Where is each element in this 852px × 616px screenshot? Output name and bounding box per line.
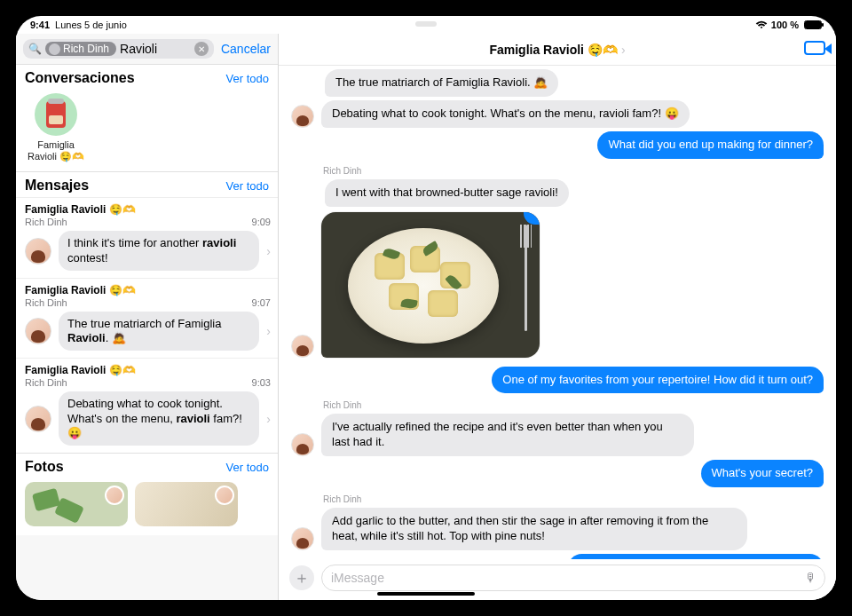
message-group: Famiglia Ravioli 🤤🫶 (25, 364, 271, 376)
message-preview: I think it's time for another ravioli co… (59, 231, 259, 271)
message-preview: Debating what to cook tonight. What's on… (59, 391, 259, 446)
sender-name-tag: Rich Dinh (323, 494, 824, 504)
status-date: Lunes 5 de junio (55, 20, 127, 30)
search-input[interactable]: 🔍 Rich Dinh Ravioli ✕ (23, 39, 214, 59)
battery-text: 100 % (771, 20, 799, 30)
sender-badge-avatar (105, 486, 124, 505)
conversation-avatar (35, 93, 77, 136)
message-placeholder: iMessage (331, 571, 384, 585)
status-bar: 9:41 Lunes 5 de junio 100 % (16, 16, 836, 34)
chevron-right-icon: › (266, 244, 271, 258)
message-time: 9:07 (252, 297, 271, 308)
conversation-card[interactable]: Famiglia Ravioli 🤤🫶 (16, 90, 96, 171)
sender-avatar (291, 335, 314, 358)
photo-thumbnail[interactable] (25, 482, 128, 526)
sender-avatar (25, 406, 51, 432)
sender-badge-avatar (215, 486, 234, 505)
section-fotos-title: Fotos (25, 459, 64, 475)
clear-search-icon[interactable]: ✕ (194, 42, 209, 56)
chat-bubble-me[interactable]: What did you end up making for dinner? (597, 131, 824, 159)
sidebar: 🔍 Rich Dinh Ravioli ✕ Cancelar Conversac… (16, 34, 279, 600)
message-sender: Rich Dinh (25, 377, 67, 388)
home-indicator[interactable] (377, 592, 475, 596)
conversation-name-line2: Ravioli 🤤🫶 (25, 151, 87, 162)
facetime-button[interactable] (804, 41, 825, 55)
chat-body[interactable]: The true matriarch of Famiglia Ravioli. … (279, 66, 836, 559)
photo-thumbnail[interactable] (135, 482, 238, 526)
status-time: 9:41 (30, 20, 50, 30)
chat-title: Famiglia Ravioli 🤤🫶 (489, 43, 617, 57)
message-preview: The true matriarch of Famiglia Ravioli. … (59, 312, 259, 351)
search-query: Ravioli (120, 42, 157, 56)
section-conversaciones-title: Conversaciones (25, 70, 135, 86)
chat-bubble-them[interactable]: Add garlic to the butter, and then stir … (321, 508, 747, 550)
dictate-icon[interactable]: 🎙 (805, 571, 817, 585)
section-mensajes-title: Mensajes (25, 178, 89, 193)
chevron-right-icon: › (621, 43, 626, 57)
message-input[interactable]: iMessage 🎙 (321, 565, 825, 591)
message-time: 9:09 (252, 217, 271, 227)
attach-button[interactable]: ＋ (289, 565, 314, 590)
fotos-see-all[interactable]: Ver todo (226, 461, 269, 474)
search-token[interactable]: Rich Dinh (45, 42, 116, 56)
sender-avatar (291, 433, 314, 456)
wifi-icon (755, 20, 768, 29)
multitask-pill[interactable] (415, 21, 437, 27)
conversation-name-line1: Famiglia (25, 139, 87, 151)
message-result[interactable]: Famiglia Ravioli 🤤🫶 Rich Dinh 9:07 The t… (16, 278, 278, 359)
message-group: Famiglia Ravioli 🤤🫶 (25, 284, 271, 296)
sender-avatar (291, 105, 314, 128)
message-time: 9:03 (252, 377, 271, 388)
sender-avatar (25, 318, 51, 344)
chat-bubble-them[interactable]: I went with that browned-butter sage rav… (325, 179, 569, 207)
chat-bubble-them[interactable]: I've actually refined the recipe and it'… (321, 414, 694, 456)
chevron-right-icon: › (266, 412, 271, 426)
battery-icon (804, 20, 822, 29)
sender-avatar (291, 527, 314, 550)
sender-name-tag: Rich Dinh (323, 166, 824, 176)
message-sender: Rich Dinh (25, 217, 67, 227)
cancel-button[interactable]: Cancelar (221, 42, 271, 56)
chat-bubble-me[interactable]: What's your secret? (701, 460, 824, 487)
chat-bubble-them[interactable]: The true matriarch of Famiglia Ravioli. … (325, 69, 558, 97)
chat-bubble-them[interactable]: Debating what to cook tonight. What's on… (321, 100, 690, 128)
tapback-love-icon[interactable] (524, 212, 540, 225)
sender-name-tag: Rich Dinh (323, 400, 824, 410)
chat-bubble-me[interactable]: One of my favorites from your repertoire… (492, 367, 824, 394)
mensajes-see-all[interactable]: Ver todo (226, 179, 269, 193)
search-icon: 🔍 (28, 43, 42, 55)
conversaciones-see-all[interactable]: Ver todo (226, 72, 269, 85)
message-result[interactable]: Famiglia Ravioli 🤤🫶 Rich Dinh 9:03 Debat… (16, 358, 278, 453)
message-result[interactable]: Famiglia Ravioli 🤤🫶 Rich Dinh 9:09 I thi… (16, 197, 278, 278)
message-group: Famiglia Ravioli 🤤🫶 (25, 203, 271, 216)
chevron-right-icon: › (266, 324, 271, 338)
chat-image-attachment[interactable] (321, 212, 540, 358)
chat-header[interactable]: Famiglia Ravioli 🤤🫶 › (279, 34, 836, 66)
message-sender: Rich Dinh (25, 297, 67, 308)
sender-avatar (25, 238, 51, 265)
